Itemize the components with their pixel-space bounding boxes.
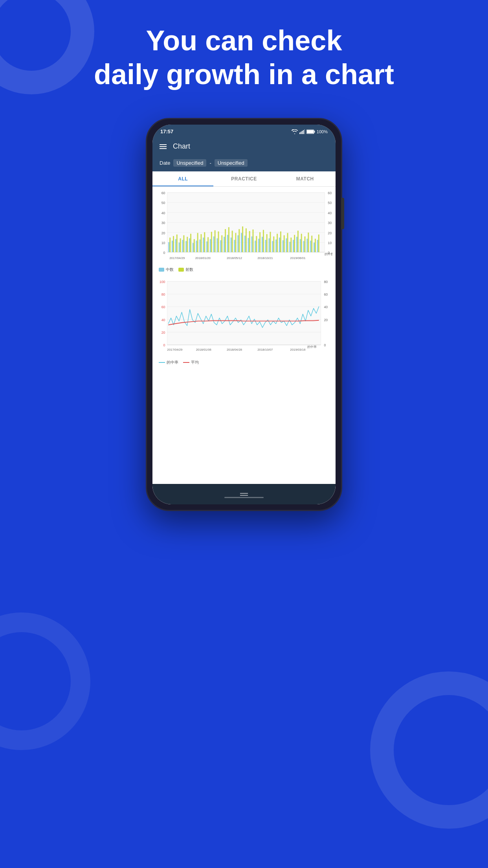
svg-rect-70 <box>237 235 238 252</box>
svg-rect-88 <box>269 238 270 252</box>
svg-rect-33 <box>173 236 174 252</box>
chart2-section: 100 80 60 40 20 0 80 60 40 20 0 <box>152 277 336 369</box>
svg-rect-60 <box>220 240 221 252</box>
legend-cyan: 中数 <box>159 267 174 272</box>
tab-match[interactable]: MATCH <box>275 171 336 186</box>
svg-rect-39 <box>183 235 184 252</box>
svg-rect-107 <box>301 234 302 252</box>
date-filter: Date Unspecified - Unspecified <box>152 155 336 171</box>
svg-rect-42 <box>189 238 190 252</box>
svg-text:60: 60 <box>161 191 165 195</box>
svg-rect-7 <box>307 130 314 133</box>
svg-rect-32 <box>172 241 173 252</box>
svg-rect-75 <box>246 228 247 252</box>
svg-rect-56 <box>213 236 215 252</box>
svg-rect-116 <box>317 240 318 252</box>
tab-all[interactable]: ALL <box>152 171 213 186</box>
tab-practice[interactable]: PRACTICE <box>213 171 274 186</box>
svg-text:0: 0 <box>163 251 165 255</box>
legend-avg-line <box>183 362 189 363</box>
svg-rect-31 <box>169 237 171 252</box>
svg-rect-68 <box>234 240 235 252</box>
legend-avg-label: 平均 <box>191 360 199 365</box>
svg-rect-43 <box>190 234 191 252</box>
svg-text:40: 40 <box>161 318 165 322</box>
svg-text:60: 60 <box>161 305 165 309</box>
nav-indicator[interactable] <box>240 493 248 496</box>
tabs: ALL PRACTICE MATCH <box>152 171 336 187</box>
svg-text:2017/04/29: 2017/04/29 <box>167 348 182 351</box>
svg-rect-48 <box>200 239 201 252</box>
svg-rect-61 <box>221 235 222 252</box>
svg-rect-95 <box>280 232 281 252</box>
svg-text:40: 40 <box>161 211 165 215</box>
svg-rect-64 <box>227 235 228 252</box>
svg-rect-0 <box>299 132 300 134</box>
headline-line1: You can check <box>146 25 342 56</box>
svg-rect-38 <box>182 240 183 252</box>
svg-rect-76 <box>248 238 249 252</box>
chart1-section: 60 50 40 30 20 10 0 60 50 40 30 20 10 0 <box>152 187 336 276</box>
svg-rect-110 <box>306 239 308 252</box>
bg-decoration-bl <box>0 612 90 750</box>
svg-rect-36 <box>179 243 180 252</box>
svg-rect-47 <box>197 233 198 252</box>
svg-rect-101 <box>290 237 292 252</box>
phone-mockup: 17:57 <box>146 118 342 511</box>
svg-rect-97 <box>284 235 285 252</box>
svg-rect-53 <box>207 237 209 252</box>
svg-rect-108 <box>303 241 305 252</box>
svg-text:60: 60 <box>328 191 332 195</box>
svg-rect-30 <box>168 242 169 252</box>
svg-rect-51 <box>204 232 205 252</box>
legend-cyan-color <box>159 268 164 272</box>
svg-rect-73 <box>242 226 243 252</box>
status-bar: 17:57 <box>152 125 336 138</box>
svg-text:40: 40 <box>324 305 328 309</box>
svg-text:100: 100 <box>160 280 165 284</box>
date-to[interactable]: Unspecified <box>215 159 248 167</box>
svg-rect-41 <box>187 237 188 252</box>
svg-text:20: 20 <box>161 331 165 335</box>
svg-rect-6 <box>314 131 315 132</box>
svg-rect-37 <box>180 238 181 252</box>
svg-rect-96 <box>283 240 284 252</box>
legend-cyan-label: 中数 <box>166 267 174 272</box>
chart1-legend: 中数 射数 <box>156 265 332 274</box>
svg-text:2019/03/16: 2019/03/16 <box>290 348 305 351</box>
svg-rect-35 <box>176 235 178 252</box>
svg-rect-34 <box>175 239 176 252</box>
svg-text:2018/01/20: 2018/01/20 <box>195 256 211 260</box>
svg-rect-49 <box>200 234 202 252</box>
svg-rect-112 <box>310 241 311 252</box>
svg-text:2019/06/01: 2019/06/01 <box>290 256 305 260</box>
chart2-legend: 的中率 平均 <box>156 358 332 367</box>
svg-rect-104 <box>296 237 297 252</box>
svg-text:20: 20 <box>324 318 328 322</box>
svg-rect-114 <box>314 243 315 252</box>
svg-rect-82 <box>258 239 259 252</box>
svg-text:10: 10 <box>161 241 165 245</box>
legend-rate-line <box>159 362 165 363</box>
svg-rect-115 <box>315 239 316 252</box>
svg-rect-71 <box>238 229 240 252</box>
svg-rect-113 <box>311 235 312 252</box>
svg-rect-74 <box>244 235 246 252</box>
svg-rect-81 <box>256 236 257 252</box>
phone-screen: 17:57 <box>152 125 336 504</box>
svg-rect-55 <box>211 232 212 252</box>
svg-text:2017/04/29: 2017/04/29 <box>169 256 185 260</box>
date-from[interactable]: Unspecified <box>173 159 206 167</box>
bg-decoration-br <box>370 671 488 829</box>
svg-rect-66 <box>231 237 232 252</box>
hamburger-icon[interactable] <box>160 144 167 149</box>
svg-rect-111 <box>308 233 309 252</box>
battery-icon <box>306 129 315 134</box>
svg-rect-105 <box>297 231 299 252</box>
svg-text:30: 30 <box>328 221 332 225</box>
svg-rect-50 <box>203 237 204 252</box>
svg-rect-102 <box>293 240 294 252</box>
svg-text:40: 40 <box>328 211 332 215</box>
svg-rect-94 <box>279 237 280 252</box>
phone-bottom-bar <box>152 484 336 504</box>
